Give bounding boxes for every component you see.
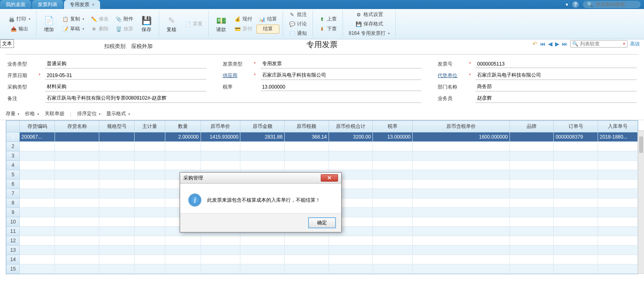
dialog-title-bar: 采购管理 ✕ (180, 173, 341, 184)
dialog-close-button[interactable]: ✕ (321, 174, 338, 182)
dialog-message: 此发票来源包含不核算成本的入库单行，不能结算！ (207, 197, 320, 204)
modal-overlay: 采购管理 ✕ i 此发票来源包含不核算成本的入库单行，不能结算！ 确定 (0, 0, 644, 274)
dialog-ok-button[interactable]: 确定 (308, 218, 336, 228)
dialog-title: 采购管理 (183, 175, 203, 182)
message-dialog: 采购管理 ✕ i 此发票来源包含不核算成本的入库单行，不能结算！ 确定 (180, 172, 342, 232)
info-icon: i (188, 193, 201, 207)
